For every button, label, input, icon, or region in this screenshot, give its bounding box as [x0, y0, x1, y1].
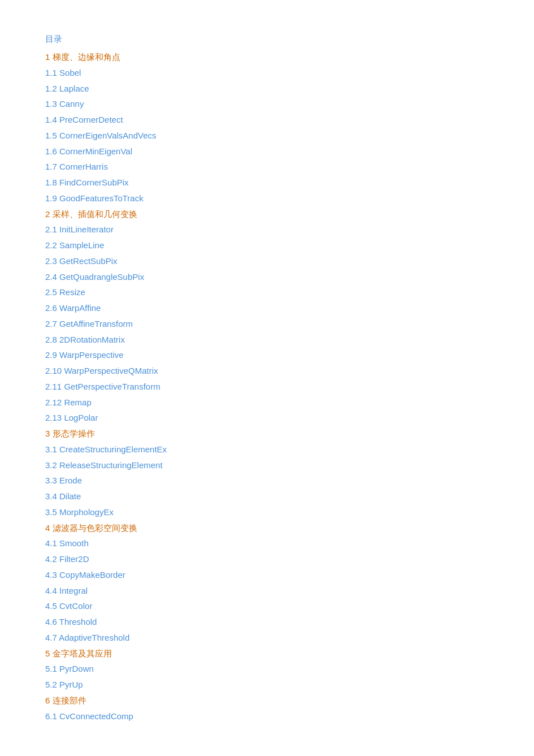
- toc-number: 3.4: [45, 491, 59, 501]
- toc-label: GetAffineTransform: [59, 319, 133, 329]
- toc-label: Remap: [64, 398, 91, 407]
- toc-label: CornerMinEigenVal: [59, 146, 132, 156]
- toc-number: 3: [45, 429, 53, 438]
- toc-label: Canny: [59, 99, 84, 109]
- toc-subitem[interactable]: 4.6 Threshold: [45, 614, 489, 630]
- toc-section[interactable]: 1 梯度、边缘和角点: [45, 49, 489, 65]
- toc-subitem[interactable]: 1.1 Sobel: [45, 65, 489, 81]
- toc-number: 4.6: [45, 617, 59, 627]
- toc-subitem[interactable]: 2.1 InitLineIterator: [45, 222, 489, 237]
- toc-subitem[interactable]: 1.9 GoodFeaturesToTrack: [45, 191, 489, 206]
- toc-label: LogPolar: [64, 413, 98, 422]
- toc-subitem[interactable]: 2.11 GetPerspectiveTransform: [45, 379, 489, 395]
- toc-subitem[interactable]: 4.4 Integral: [45, 583, 489, 599]
- toc-label: CvConnectedComp: [59, 711, 133, 721]
- toc-label: PreCornerDetect: [59, 115, 123, 124]
- toc-subitem[interactable]: 2.12 Remap: [45, 395, 489, 411]
- toc-number: 1.8: [45, 178, 59, 187]
- toc-number: 4.2: [45, 554, 59, 564]
- toc-number: 6.1: [45, 711, 59, 721]
- toc-label: 金字塔及其应用: [53, 649, 112, 658]
- toc-subitem[interactable]: 5.1 PyrDown: [45, 661, 489, 677]
- toc-subitem[interactable]: 1.7 CornerHarris: [45, 159, 489, 175]
- toc-label: Sobel: [59, 68, 81, 77]
- toc-number: 2.12: [45, 398, 64, 407]
- toc-label: Dilate: [59, 491, 81, 501]
- toc-number: 1.7: [45, 162, 59, 171]
- toc-subitem[interactable]: 2.5 Resize: [45, 284, 489, 300]
- toc-number: 4.1: [45, 538, 59, 548]
- toc-subitem[interactable]: 1.6 CornerMinEigenVal: [45, 144, 489, 159]
- toc-number: 1.6: [45, 146, 59, 156]
- toc-section[interactable]: 3 形态学操作: [45, 426, 489, 442]
- toc-subitem[interactable]: 4.1 Smooth: [45, 535, 489, 551]
- toc-number: 3.5: [45, 507, 59, 517]
- toc-number: 3.2: [45, 460, 59, 470]
- toc-subitem[interactable]: 2.6 WarpAffine: [45, 300, 489, 316]
- toc-subitem[interactable]: 1.2 Laplace: [45, 81, 489, 97]
- toc-label: ReleaseStructuringElement: [59, 460, 163, 470]
- toc-section[interactable]: 4 滤波器与色彩空间变换: [45, 520, 489, 536]
- toc-number: 2.11: [45, 382, 64, 391]
- toc-subitem[interactable]: 1.5 CornerEigenValsAndVecs: [45, 128, 489, 144]
- toc-section[interactable]: 6 连接部件: [45, 693, 489, 709]
- toc-subitem[interactable]: 5.2 PyrUp: [45, 677, 489, 693]
- toc-section[interactable]: 5 金字塔及其应用: [45, 646, 489, 662]
- toc-subitem[interactable]: 4.7 AdaptiveThreshold: [45, 630, 489, 646]
- toc-number: 2.10: [45, 366, 64, 375]
- toc-number: 3.3: [45, 476, 59, 485]
- toc-label: 梯度、边缘和角点: [53, 52, 120, 62]
- toc-subitem[interactable]: 2.10 WarpPerspectiveQMatrix: [45, 363, 489, 379]
- toc-label: 2DRotationMatrix: [59, 335, 125, 344]
- toc-label: GetQuadrangleSubPix: [59, 272, 144, 282]
- toc-title[interactable]: 目录: [45, 34, 489, 45]
- toc-subitem[interactable]: 1.8 FindCornerSubPix: [45, 175, 489, 191]
- toc-label: Threshold: [59, 617, 97, 627]
- toc-label: SampleLine: [59, 240, 104, 250]
- toc-number: 2.6: [45, 303, 59, 313]
- toc-subitem[interactable]: 1.4 PreCornerDetect: [45, 112, 489, 128]
- toc-label: 滤波器与色彩空间变换: [53, 523, 137, 533]
- toc-number: 2.13: [45, 413, 64, 422]
- toc-subitem[interactable]: 1.3 Canny: [45, 96, 489, 112]
- toc-number: 5.1: [45, 664, 59, 673]
- toc-number: 2.2: [45, 240, 59, 250]
- toc-subitem[interactable]: 2.13 LogPolar: [45, 410, 489, 426]
- toc-subitem[interactable]: 3.5 MorphologyEx: [45, 504, 489, 520]
- toc-subitem[interactable]: 4.2 Filter2D: [45, 551, 489, 567]
- toc-number: 1.9: [45, 193, 59, 203]
- toc-label: GetRectSubPix: [59, 256, 118, 266]
- toc-subitem[interactable]: 2.7 GetAffineTransform: [45, 316, 489, 332]
- toc-subitem[interactable]: 6.1 CvConnectedComp: [45, 709, 489, 724]
- toc-number: 1.4: [45, 115, 59, 124]
- toc-subitem[interactable]: 2.2 SampleLine: [45, 237, 489, 253]
- toc-subitem[interactable]: 2.9 WarpPerspective: [45, 347, 489, 363]
- toc-number: 1.5: [45, 131, 59, 140]
- toc-number: 2.5: [45, 287, 59, 297]
- toc-subitem[interactable]: 2.8 2DRotationMatrix: [45, 332, 489, 348]
- toc-label: CornerHarris: [59, 162, 108, 171]
- toc-subitem[interactable]: 4.3 CopyMakeBorder: [45, 567, 489, 583]
- toc-section[interactable]: 2 采样、插值和几何变换: [45, 206, 489, 222]
- toc-subitem[interactable]: 4.5 CvtColor: [45, 598, 489, 614]
- toc-label: CornerEigenValsAndVecs: [59, 131, 157, 140]
- toc-label: FindCornerSubPix: [59, 178, 129, 187]
- toc-label: Filter2D: [59, 554, 89, 564]
- toc-number: 3.1: [45, 444, 59, 454]
- toc-label: 形态学操作: [53, 429, 95, 438]
- toc-label: WarpPerspective: [59, 350, 124, 360]
- toc-label: Erode: [59, 476, 82, 485]
- toc-label: InitLineIterator: [59, 224, 114, 234]
- toc-subitem[interactable]: 3.4 Dilate: [45, 489, 489, 504]
- toc-subitem[interactable]: 2.3 GetRectSubPix: [45, 253, 489, 269]
- toc-number: 1.2: [45, 84, 59, 93]
- toc-subitem[interactable]: 3.3 Erode: [45, 473, 489, 489]
- toc-label: MorphologyEx: [59, 507, 114, 517]
- toc-subitem[interactable]: 3.1 CreateStructuringElementEx: [45, 442, 489, 457]
- toc-subitem[interactable]: 2.4 GetQuadrangleSubPix: [45, 269, 489, 285]
- toc-label: Smooth: [59, 538, 89, 548]
- toc-number: 2.9: [45, 350, 59, 360]
- toc-subitem[interactable]: 3.2 ReleaseStructuringElement: [45, 457, 489, 473]
- toc-number: 1.3: [45, 99, 59, 109]
- toc-label: CreateStructuringElementEx: [59, 444, 167, 454]
